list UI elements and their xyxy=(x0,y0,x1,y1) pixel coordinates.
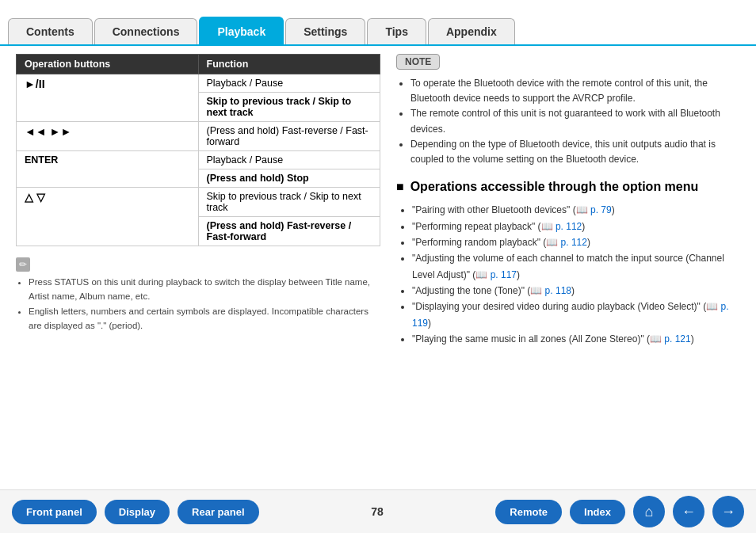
table-row: ►/II Playback / Pause xyxy=(17,74,380,93)
ops-item-3: "Performing random playback" (📖 p. 112) xyxy=(412,234,740,250)
ops-item-1: "Pairing with other Bluetooth devices" (… xyxy=(412,202,740,218)
note-item-3: Depending on the type of Bluetooth devic… xyxy=(410,137,740,167)
pencil-note-item-2: English letters, numbers and certain sym… xyxy=(29,304,380,333)
rear-panel-button[interactable]: Rear panel xyxy=(178,500,258,524)
home-button[interactable]: ⌂ xyxy=(633,496,665,527)
func-enter-play: Playback / Pause xyxy=(198,151,380,169)
tab-tips[interactable]: Tips xyxy=(367,18,426,44)
pencil-icon: ✏ xyxy=(16,257,30,272)
func-skip-track-1: Skip to previous track / Skip to next tr… xyxy=(198,93,380,122)
ops-item-7: "Playing the same music in all zones (Al… xyxy=(412,331,740,347)
left-column: Operation buttons Function ►/II Playback… xyxy=(16,54,380,482)
page-number: 78 xyxy=(267,505,488,518)
ops-heading: Operations accessible through the option… xyxy=(396,180,740,194)
func-fastrev-fwd-2: (Press and hold) Fast-reverse / Fast-for… xyxy=(198,217,380,246)
main-content: Operation buttons Function ►/II Playback… xyxy=(0,46,756,489)
ops-item-2: "Performing repeat playback" (📖 p. 112) xyxy=(412,219,740,234)
tab-playback[interactable]: Playback xyxy=(199,17,284,44)
tab-settings[interactable]: Settings xyxy=(285,18,365,44)
func-playback-pause-1: Playback / Pause xyxy=(198,74,380,93)
front-panel-button[interactable]: Front panel xyxy=(12,500,97,524)
remote-button[interactable]: Remote xyxy=(495,500,562,524)
ops-link-7[interactable]: 📖 p. 121 xyxy=(650,333,691,345)
table-row: △ ▽ Skip to previous track / Skip to nex… xyxy=(17,188,380,217)
pencil-note-item-1: Press STATUS on this unit during playbac… xyxy=(29,275,380,304)
func-fastrev-fwd-1: (Press and hold) Fast-reverse / Fast-for… xyxy=(198,122,380,151)
func-enter-stop: (Press and hold) Stop xyxy=(198,169,380,188)
index-button[interactable]: Index xyxy=(570,500,625,524)
ops-link-5[interactable]: 📖 p. 118 xyxy=(530,285,571,296)
operation-table: Operation buttons Function ►/II Playback… xyxy=(16,54,380,246)
tab-contents[interactable]: Contents xyxy=(8,18,93,44)
func-skip-track-2: Skip to previous track / Skip to next tr… xyxy=(198,188,380,217)
ops-link-4[interactable]: 📖 p. 117 xyxy=(475,269,517,280)
operations-section: Operations accessible through the option… xyxy=(396,180,740,348)
ops-list: "Pairing with other Bluetooth devices" (… xyxy=(396,202,740,348)
ops-item-5: "Adjusting the tone (Tone)" (📖 p. 118) xyxy=(412,283,740,299)
ops-link-1[interactable]: 📖 p. 79 xyxy=(576,204,612,215)
table-row: ENTER Playback / Pause xyxy=(17,151,380,169)
ops-item-6: "Displaying your desired video during au… xyxy=(412,299,740,331)
note-badge: NOTE xyxy=(396,54,440,70)
col-header-function: Function xyxy=(198,55,380,74)
note-item-2: The remote control of this unit is not g… xyxy=(410,106,740,136)
tab-appendix[interactable]: Appendix xyxy=(428,18,515,44)
col-header-buttons: Operation buttons xyxy=(17,55,199,74)
pencil-note: ✏ Press STATUS on this unit during playb… xyxy=(16,257,380,333)
back-button[interactable]: ← xyxy=(673,496,704,527)
ops-link-3[interactable]: 📖 p. 112 xyxy=(546,237,587,248)
btn-fastrev-fwd: ◄◄ ►► xyxy=(17,122,199,151)
note-item-1: To operate the Bluetooth device with the… xyxy=(410,76,740,106)
btn-enter: ENTER xyxy=(17,151,199,188)
note-box: NOTE To operate the Bluetooth device wit… xyxy=(396,54,740,167)
right-column: NOTE To operate the Bluetooth device wit… xyxy=(396,54,740,482)
ops-link-2[interactable]: 📖 p. 112 xyxy=(541,221,582,232)
forward-button[interactable]: → xyxy=(712,496,744,527)
nav-tabs: Contents Connections Playback Settings T… xyxy=(0,0,756,46)
display-button[interactable]: Display xyxy=(105,500,170,524)
btn-up-down: △ ▽ xyxy=(17,188,199,246)
note-list: To operate the Bluetooth device with the… xyxy=(396,76,740,167)
table-row: ◄◄ ►► (Press and hold) Fast-reverse / Fa… xyxy=(17,122,380,151)
ops-link-6[interactable]: 📖 p. 119 xyxy=(412,301,729,328)
footer: Front panel Display Rear panel 78 Remote… xyxy=(0,489,756,533)
btn-play-pause: ►/II xyxy=(17,74,199,122)
tab-connections[interactable]: Connections xyxy=(94,18,198,44)
ops-item-4: "Adjusting the volume of each channel to… xyxy=(412,250,740,283)
